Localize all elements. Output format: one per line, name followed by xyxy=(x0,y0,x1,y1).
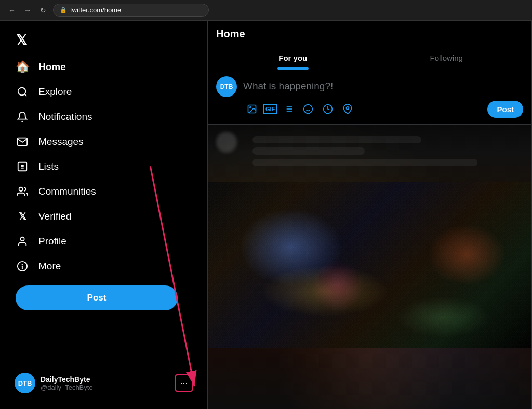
sidebar-item-explore[interactable]: Explore xyxy=(8,80,199,104)
refresh-button[interactable]: ↻ xyxy=(37,5,49,16)
home-icon: 🏠 xyxy=(16,60,29,74)
svg-point-0 xyxy=(18,88,26,96)
svg-point-6 xyxy=(19,187,23,191)
user-profile-card[interactable]: DTB DailyTechByte @daily_TechByte ··· xyxy=(8,367,199,399)
svg-point-9 xyxy=(22,264,23,265)
sidebar-more-label: More xyxy=(38,261,61,272)
sidebar-item-home[interactable]: 🏠 Home xyxy=(8,55,199,79)
svg-line-1 xyxy=(24,94,26,96)
url-text: twitter.com/home xyxy=(70,6,121,14)
sidebar: 𝕏 🏠 Home Explore Notifications xyxy=(0,21,208,409)
sidebar-notifications-label: Notifications xyxy=(38,111,92,122)
messages-icon xyxy=(16,135,29,148)
user-info: DailyTechByte @daily_TechByte xyxy=(41,375,170,391)
feed-image xyxy=(208,125,531,409)
tweet-avatar xyxy=(216,132,237,153)
back-button[interactable]: ← xyxy=(6,5,18,16)
user-more-button[interactable]: ··· xyxy=(175,374,193,392)
schedule-icon[interactable] xyxy=(319,100,337,118)
tabs-container: For you Following xyxy=(216,46,523,70)
svg-point-25 xyxy=(304,105,313,114)
url-bar[interactable]: 🔒 twitter.com/home xyxy=(53,4,209,17)
sidebar-item-more[interactable]: More xyxy=(8,254,199,278)
compose-right: What is happening?! GIF xyxy=(243,76,523,118)
app-container: 𝕏 🏠 Home Explore Notifications xyxy=(0,21,532,409)
logo-button[interactable]: 𝕏 xyxy=(8,27,34,53)
explore-icon xyxy=(16,85,29,99)
lock-icon: 🔒 xyxy=(60,7,67,13)
browser-chrome: ← → ↻ 🔒 twitter.com/home xyxy=(0,0,532,21)
sidebar-messages-label: Messages xyxy=(38,136,84,147)
image-upload-icon[interactable] xyxy=(243,100,261,118)
compose-avatar: DTB xyxy=(216,76,237,97)
sidebar-item-verified[interactable]: 𝕏 Verified xyxy=(8,204,199,228)
compose-post-button[interactable]: Post xyxy=(487,101,523,118)
sidebar-item-lists[interactable]: Lists xyxy=(8,155,199,179)
feed-area[interactable] xyxy=(208,125,531,409)
compose-area: DTB What is happening?! GIF xyxy=(208,70,531,125)
sidebar-home-label: Home xyxy=(38,61,66,73)
tab-for-you[interactable]: For you xyxy=(216,46,370,70)
lists-icon xyxy=(16,160,29,173)
svg-point-18 xyxy=(250,107,251,108)
poll-icon[interactable] xyxy=(280,100,297,118)
svg-point-29 xyxy=(347,107,349,110)
sidebar-communities-label: Communities xyxy=(38,186,96,197)
page-title: Home xyxy=(216,28,523,40)
communities-icon xyxy=(16,185,29,198)
svg-point-10 xyxy=(22,266,23,267)
verified-icon: 𝕏 xyxy=(16,210,29,223)
svg-point-11 xyxy=(22,268,23,268)
x-logo-icon: 𝕏 xyxy=(16,32,27,48)
main-header: Home For you Following xyxy=(208,21,531,70)
sidebar-verified-label: Verified xyxy=(38,211,71,222)
forward-button[interactable]: → xyxy=(22,5,33,16)
sidebar-item-messages[interactable]: Messages xyxy=(8,130,199,154)
user-display-name: DailyTechByte xyxy=(41,375,170,384)
compose-input[interactable]: What is happening?! xyxy=(243,76,523,96)
sidebar-lists-label: Lists xyxy=(38,161,59,172)
avatar: DTB xyxy=(15,373,35,393)
emoji-icon[interactable] xyxy=(299,100,317,118)
notifications-icon xyxy=(16,110,29,124)
svg-point-7 xyxy=(20,237,24,241)
tab-following[interactable]: Following xyxy=(370,46,524,70)
sidebar-profile-label: Profile xyxy=(38,236,66,247)
sidebar-explore-label: Explore xyxy=(38,86,72,98)
compose-toolbar: GIF xyxy=(243,100,523,118)
gif-icon[interactable]: GIF xyxy=(263,104,277,114)
more-icon xyxy=(16,260,29,273)
sidebar-item-communities[interactable]: Communities xyxy=(8,180,199,203)
post-button[interactable]: Post xyxy=(16,285,178,310)
profile-icon xyxy=(16,235,29,248)
main-content: Home For you Following DTB What is happe… xyxy=(208,21,532,409)
sidebar-item-notifications[interactable]: Notifications xyxy=(8,105,199,129)
location-icon[interactable] xyxy=(339,100,356,118)
sidebar-item-profile[interactable]: Profile xyxy=(8,229,199,253)
user-handle: @daily_TechByte xyxy=(41,384,170,391)
